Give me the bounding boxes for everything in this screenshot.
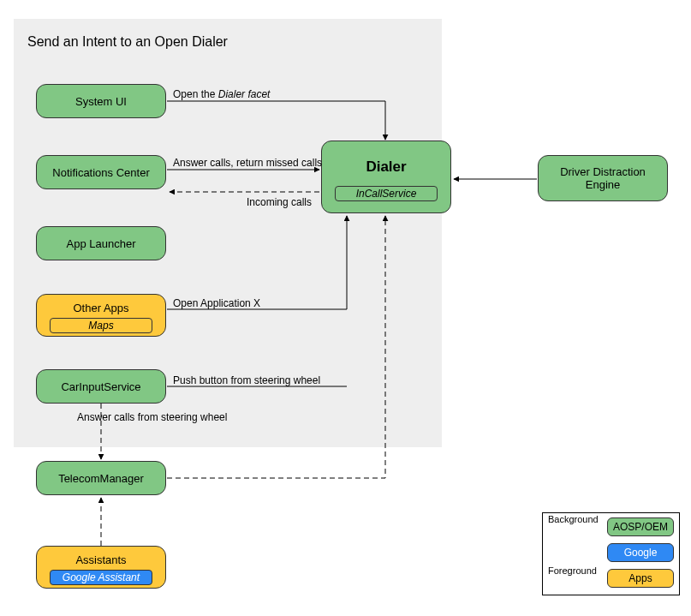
box-assistants: Assistants Google Assistant (36, 546, 166, 589)
legend-label-foreground: Foreground (548, 565, 597, 576)
label: CarInputService (61, 380, 140, 393)
legend-label-background: Background (548, 514, 599, 524)
label: Other Apps (73, 302, 128, 314)
legend-chip-google: Google (607, 543, 674, 562)
edge-label-open-app-x: Open Application X (173, 297, 260, 309)
box-system-ui: System UI (36, 84, 166, 118)
box-notifications-center: Notifications Center (36, 155, 166, 189)
box-other-apps: Other Apps Maps (36, 294, 166, 337)
box-dialer: Dialer InCallService (321, 141, 451, 213)
sub-google-assistant: Google Assistant (50, 570, 152, 585)
label: TelecomManager (58, 472, 144, 485)
legend-chip-apps: Apps (607, 569, 674, 588)
edge-label-incoming: Incoming calls (247, 196, 312, 208)
label: App Launcher (67, 237, 136, 250)
edge-label-answer-return: Answer calls, return missed calls (173, 157, 322, 169)
box-car-input-service: CarInputService (36, 369, 166, 404)
edge-label-push-button: Push button from steering wheel (173, 374, 320, 386)
edge-label-open-dialer-facet: Open the Dialer facet (173, 88, 270, 100)
label: Driver Distraction Engine (539, 165, 667, 191)
label: Assistants (75, 553, 126, 566)
panel-title: Send an Intent to an Open Dialer (27, 34, 228, 50)
box-telecom-manager: TelecomManager (36, 461, 166, 495)
label: Dialer (366, 158, 406, 176)
sub-incallservice: InCallService (335, 186, 438, 201)
diagram-root: Send an Intent to an Open Dialer (0, 0, 691, 616)
t: Dialer facet (218, 88, 271, 100)
t: Open the (173, 88, 218, 100)
box-app-launcher: App Launcher (36, 226, 166, 260)
sub-maps: Maps (50, 318, 152, 333)
box-driver-distraction-engine: Driver Distraction Engine (538, 155, 668, 201)
label: Notifications Center (52, 166, 149, 179)
legend-chip-aosp: AOSP/OEM (607, 517, 674, 536)
label: System UI (75, 95, 127, 108)
edge-label-answer-wheel: Answer calls from steering wheel (77, 411, 227, 423)
